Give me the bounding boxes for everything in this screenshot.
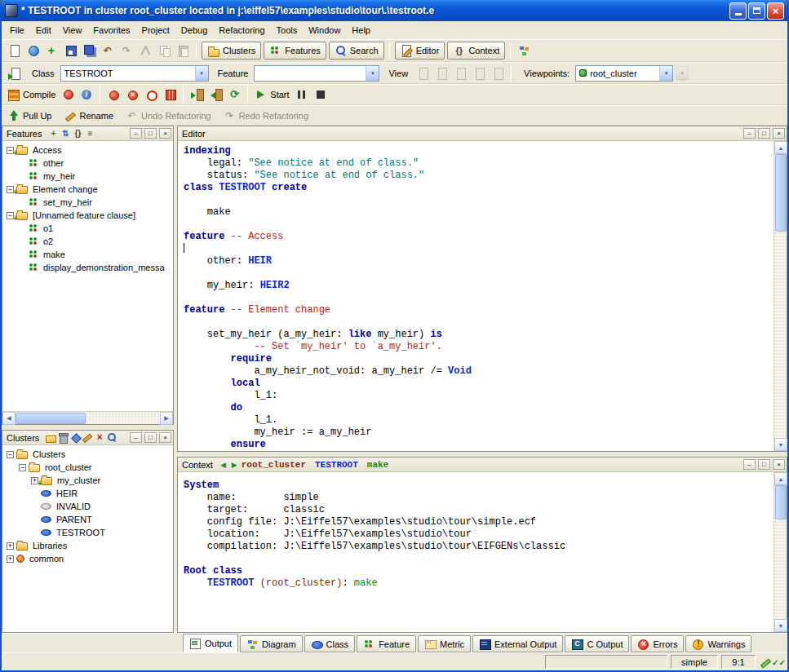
tree-item[interactable]: + my_cluster — [4, 474, 173, 487]
tree-item[interactable]: − Access — [4, 144, 173, 157]
maximize-button[interactable] — [748, 2, 765, 20]
open-file-button[interactable] — [24, 42, 42, 60]
tree-expander[interactable] — [31, 490, 38, 497]
stop-button[interactable] — [312, 86, 330, 104]
view-text-button[interactable] — [414, 64, 432, 82]
delete-red-icon[interactable] — [94, 432, 105, 443]
scroll-up-icon[interactable]: ▲ — [774, 141, 787, 154]
sync-ok-icon[interactable] — [772, 657, 784, 668]
menu-item[interactable]: Window — [303, 23, 346, 38]
tree-expander[interactable]: − — [19, 464, 26, 471]
editor-code-area[interactable]: indexing legal: "See notice at end of cl… — [178, 141, 773, 451]
context-toggle-button[interactable]: Context — [447, 42, 505, 60]
tree-expander[interactable] — [31, 516, 38, 524]
tab-c-output[interactable]: C Output — [565, 635, 629, 652]
tab-diagram[interactable]: Diagram — [240, 635, 303, 652]
menu-item[interactable]: Help — [346, 23, 376, 38]
tree-item[interactable]: set_my_heir — [4, 196, 173, 209]
menu-item[interactable]: Debug — [175, 23, 213, 38]
chevron-down-icon[interactable]: ▼ — [366, 66, 379, 81]
search-tool-icon[interactable] — [106, 432, 117, 443]
tab-feature[interactable]: Feature — [357, 635, 416, 652]
view-interface-button[interactable] — [489, 64, 507, 82]
tree-item[interactable]: TESTROOT — [4, 526, 173, 539]
scrollbar-thumb[interactable] — [16, 413, 86, 424]
tab-output[interactable]: Output — [183, 634, 238, 652]
sort-features-icon[interactable]: ⇅ — [60, 128, 71, 139]
open-in-editor-button[interactable] — [5, 64, 23, 82]
menu-item[interactable]: View — [57, 23, 88, 38]
tree-item[interactable]: PARENT — [4, 513, 173, 526]
close-button[interactable]: × — [767, 2, 784, 20]
breakpoints-window-button[interactable] — [161, 86, 179, 104]
pause-button[interactable] — [293, 86, 311, 104]
tab-class[interactable]: Class — [304, 635, 356, 652]
debug-info-button[interactable] — [78, 86, 95, 104]
disable-breakpoints-button[interactable] — [123, 86, 141, 104]
remove-item-icon[interactable] — [57, 432, 69, 443]
menu-item[interactable]: Edit — [30, 23, 57, 38]
features-toggle-button[interactable]: Features — [264, 42, 326, 60]
menu-item[interactable]: Project — [136, 23, 175, 38]
rename-button[interactable]: Rename — [61, 107, 116, 125]
pull-up-button[interactable]: Pull Up — [5, 107, 54, 125]
save-all-button[interactable] — [80, 42, 98, 60]
tree-item[interactable]: other — [4, 157, 173, 170]
edit-mode-icon[interactable] — [759, 657, 771, 668]
menu-item[interactable]: File — [4, 23, 30, 38]
undo-button[interactable] — [99, 42, 117, 60]
tab-metric[interactable]: Metric — [418, 635, 471, 652]
scroll-left-icon[interactable]: ◀ — [2, 412, 16, 425]
tree-item[interactable]: HEIR — [4, 487, 173, 500]
edit-item-icon[interactable] — [82, 432, 93, 443]
new-feature-icon[interactable]: + — [47, 128, 59, 139]
panel-minimize-button[interactable]: – — [130, 128, 142, 139]
redo-button[interactable] — [117, 42, 135, 60]
step-out-button[interactable] — [206, 86, 224, 104]
tree-expander[interactable] — [19, 173, 26, 180]
signatures-icon[interactable]: {} — [72, 128, 83, 139]
add-cluster-icon[interactable] — [45, 432, 56, 443]
history-forward-button[interactable]: ▶ — [230, 461, 239, 469]
panel-close-button[interactable]: × — [773, 128, 785, 139]
editor-toggle-button[interactable]: Editor — [395, 42, 445, 60]
chevron-down-icon[interactable]: ▼ — [659, 66, 672, 81]
panel-maximize-button[interactable]: □ — [758, 128, 770, 139]
viewpoints-extra-dropdown[interactable]: ▼ — [676, 66, 689, 81]
tree-item[interactable]: − Clusters — [4, 448, 173, 461]
tree-item[interactable]: o2 — [4, 235, 173, 248]
tree-expander[interactable] — [19, 160, 26, 167]
diagram-button[interactable] — [515, 42, 533, 60]
tree-item[interactable]: − Element change — [4, 183, 173, 196]
tree-item[interactable]: + Libraries — [4, 539, 173, 552]
tree-expander[interactable]: + — [7, 542, 14, 550]
chevron-down-icon[interactable]: ▼ — [195, 66, 208, 81]
menu-item[interactable]: Favorites — [87, 23, 135, 38]
view-flat-button[interactable] — [470, 64, 488, 82]
start-button[interactable]: Start — [252, 86, 291, 104]
restart-button[interactable] — [225, 86, 243, 104]
tree-item[interactable]: make — [4, 248, 173, 261]
panel-maximize-button[interactable]: □ — [144, 128, 157, 139]
tab-external-output[interactable]: External Output — [472, 635, 563, 652]
debug-run-button[interactable] — [59, 86, 77, 104]
panel-minimize-button[interactable]: – — [743, 128, 756, 139]
scroll-right-icon[interactable]: ▶ — [160, 412, 173, 425]
cut-button[interactable] — [136, 42, 154, 60]
history-back-button[interactable]: ◀ — [219, 461, 228, 469]
redo-refactoring-button[interactable]: Redo Refactoring — [221, 107, 312, 125]
minimize-button[interactable] — [729, 2, 747, 20]
save-button[interactable] — [61, 42, 79, 60]
menu-item[interactable]: Tools — [271, 23, 304, 38]
menu-item[interactable]: Refactoring — [213, 23, 270, 38]
tree-item[interactable]: − root_cluster — [4, 461, 173, 474]
tree-item[interactable]: INVALID — [4, 500, 173, 513]
breadcrumb[interactable]: TESTROOT — [315, 460, 358, 470]
breadcrumb[interactable]: make — [367, 460, 388, 470]
group-by-clause-icon[interactable]: ≡ — [84, 128, 95, 139]
tree-expander[interactable] — [19, 264, 26, 272]
features-horizontal-scrollbar[interactable]: ◀ ▶ — [2, 411, 173, 424]
scroll-down-icon[interactable]: ▼ — [774, 438, 787, 451]
panel-minimize-button[interactable]: – — [130, 432, 142, 443]
tree-expander[interactable]: + — [7, 555, 14, 563]
